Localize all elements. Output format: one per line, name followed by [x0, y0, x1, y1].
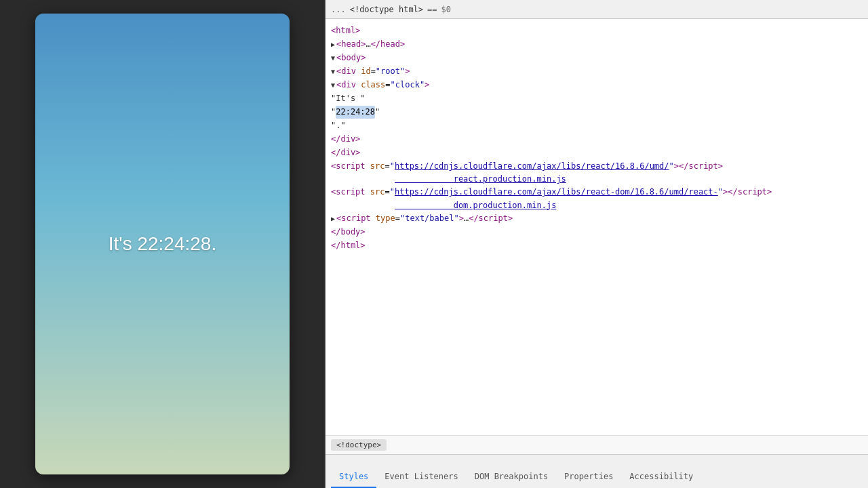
babel-ellipsis: … — [464, 212, 469, 225]
breadcrumb-doctype[interactable]: <!doctype> — [331, 439, 387, 451]
dollar-sign: $0 — [441, 5, 451, 14]
head-close-tag: </head> — [371, 38, 406, 51]
html-tag: <html> — [331, 24, 360, 37]
reactdom-src-attr: src — [370, 186, 385, 199]
tab-bar: Styles Event Listeners DOM Breakpoints P… — [326, 455, 707, 488]
triangle-body[interactable] — [331, 53, 335, 64]
dom-line-head[interactable]: <head>…</head> — [326, 38, 868, 52]
devtools-topbar: ... <!doctype html> == $0 — [326, 0, 868, 19]
head-ellipsis: … — [366, 38, 370, 51]
class-attr-name: class — [361, 79, 385, 92]
dom-line-close-body[interactable]: </body> — [326, 226, 868, 239]
tab-dom-breakpoints[interactable]: DOM Breakpoints — [467, 466, 556, 488]
head-open-tag: <head> — [336, 38, 366, 51]
react-src-link[interactable]: https://cdnjs.cloudflare.com/ajax/libs/r… — [395, 160, 669, 186]
dom-line-close-clock[interactable]: </div> — [326, 133, 868, 146]
babel-script-open: <script — [336, 212, 371, 225]
equals-sign: == — [427, 5, 437, 14]
div-close-bracket: > — [405, 65, 410, 78]
babel-bracket: > — [459, 212, 464, 225]
dom-line-its[interactable]: "It's " — [326, 92, 868, 106]
dom-line-root[interactable]: <div id="root"> — [326, 65, 868, 79]
dom-line-babel-script[interactable]: <script type="text/babel">…</script> — [326, 212, 868, 226]
triangle-head[interactable] — [331, 39, 335, 50]
reactdom-src-quote-open: " — [390, 186, 395, 199]
body-tag: <body> — [336, 52, 366, 64]
text-time-quote-close: " — [375, 106, 380, 119]
text-time-highlighted: 22:24:28 — [336, 106, 375, 119]
dom-tree: <html> <head>…</head> <body> <div id="ro… — [326, 19, 868, 435]
reactdom-src-quote-close: " — [718, 186, 723, 199]
clock-display: It's 22:24:28. — [108, 233, 216, 255]
text-time-quote-open: " — [331, 106, 336, 119]
class-attr-value: "clock" — [391, 79, 425, 92]
text-its: "It's " — [331, 92, 366, 105]
babel-type-attr: type — [376, 212, 395, 225]
dom-line-body[interactable]: <body> — [326, 52, 868, 65]
devtools-panel: ... <!doctype html> == $0 <html> <head>…… — [326, 0, 868, 488]
reactdom-script-open: <script — [331, 186, 366, 199]
doctype-label: <!doctype html> — [350, 5, 423, 14]
clock-div-open: <div — [336, 79, 356, 92]
id-attr-value: "root" — [376, 65, 405, 78]
clock-div-close: </div> — [331, 133, 360, 146]
triangle-root[interactable] — [331, 66, 335, 77]
react-script-open: <script — [331, 160, 366, 173]
dom-line-period[interactable]: "." — [326, 119, 868, 133]
dom-line-time[interactable]: "22:24:28" — [326, 106, 868, 119]
dom-line-reactdom-script[interactable]: <script src="https://cdnjs.cloudflare.co… — [326, 186, 868, 211]
body-close-tag: </body> — [331, 226, 366, 239]
tab-styles[interactable]: Styles — [331, 466, 376, 488]
react-src-quote-close: " — [669, 160, 674, 173]
dom-line-react-script[interactable]: <script src="https://cdnjs.cloudflare.co… — [326, 160, 868, 186]
tab-properties[interactable]: Properties — [556, 466, 621, 488]
phone-preview: It's 22:24:28. — [35, 14, 290, 474]
react-src-attr: src — [370, 160, 385, 173]
clock-div-bracket: > — [425, 79, 429, 92]
tab-accessibility[interactable]: Accessibility — [621, 466, 701, 488]
reactdom-src-link[interactable]: https://cdnjs.cloudflare.com/ajax/libs/r… — [395, 186, 718, 211]
reactdom-script-close: ></script> — [723, 186, 772, 199]
react-script-close: ></script> — [674, 160, 723, 173]
preview-panel: It's 22:24:28. — [0, 0, 326, 488]
id-attr-name: id — [361, 65, 370, 78]
triangle-clock[interactable] — [331, 80, 335, 91]
main-content: It's 22:24:28. ... <!doctype html> == $0… — [0, 0, 868, 488]
root-div-close: </div> — [331, 146, 360, 159]
html-close-tag: </html> — [331, 239, 366, 252]
babel-script-close: </script> — [469, 212, 513, 225]
div-open: <div — [336, 65, 356, 78]
tab-event-listeners[interactable]: Event Listeners — [376, 466, 466, 488]
react-src-quote-open: " — [390, 160, 395, 173]
bottom-tabs: Styles Event Listeners DOM Breakpoints P… — [326, 454, 868, 488]
dom-line-close-html[interactable]: </html> — [326, 239, 868, 253]
dots: ... — [331, 5, 346, 14]
devtools-breadcrumb: <!doctype> — [326, 435, 868, 454]
babel-type-value: "text/babel" — [400, 212, 459, 225]
triangle-babel[interactable] — [331, 214, 335, 224]
text-period: "." — [331, 119, 346, 132]
dom-line-close-root[interactable]: </div> — [326, 146, 868, 160]
dom-line-clock[interactable]: <div class="clock"> — [326, 79, 868, 92]
dom-line-html[interactable]: <html> — [326, 24, 868, 38]
